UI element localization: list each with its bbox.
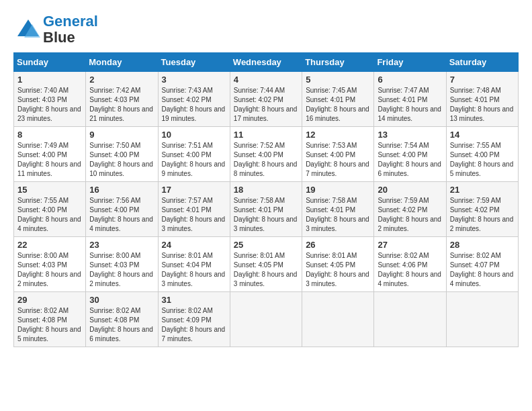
day-number: 19 <box>306 185 370 195</box>
day-header-monday: Monday <box>86 53 158 72</box>
day-info: Sunrise: 7:57 AMSunset: 4:01 PMDaylight:… <box>162 197 226 232</box>
day-number: 21 <box>450 185 515 195</box>
day-number: 13 <box>378 130 442 140</box>
calendar-cell: 18 Sunrise: 7:58 AMSunset: 4:01 PMDaylig… <box>230 182 302 237</box>
calendar-cell: 14 Sunrise: 7:55 AMSunset: 4:00 PMDaylig… <box>446 127 518 182</box>
day-info: Sunrise: 7:43 AMSunset: 4:02 PMDaylight:… <box>162 87 226 122</box>
day-info: Sunrise: 7:40 AMSunset: 4:03 PMDaylight:… <box>17 87 81 122</box>
day-number: 17 <box>162 185 226 195</box>
calendar-cell: 12 Sunrise: 7:53 AMSunset: 4:00 PMDaylig… <box>302 127 374 182</box>
calendar-cell <box>446 292 518 347</box>
day-info: Sunrise: 7:59 AMSunset: 4:02 PMDaylight:… <box>450 197 514 232</box>
calendar-cell: 15 Sunrise: 7:55 AMSunset: 4:00 PMDaylig… <box>14 182 86 237</box>
day-info: Sunrise: 7:58 AMSunset: 4:01 PMDaylight:… <box>234 197 298 232</box>
day-number: 20 <box>378 185 442 195</box>
day-info: Sunrise: 8:01 AMSunset: 4:04 PMDaylight:… <box>162 252 226 287</box>
day-number: 14 <box>450 130 515 140</box>
calendar-cell: 27 Sunrise: 8:02 AMSunset: 4:06 PMDaylig… <box>374 237 446 292</box>
day-info: Sunrise: 8:01 AMSunset: 4:05 PMDaylight:… <box>234 252 298 287</box>
day-number: 4 <box>234 75 298 85</box>
day-number: 25 <box>234 240 298 250</box>
calendar-cell: 10 Sunrise: 7:51 AMSunset: 4:00 PMDaylig… <box>158 127 230 182</box>
day-number: 15 <box>17 185 82 195</box>
day-info: Sunrise: 7:47 AMSunset: 4:01 PMDaylight:… <box>378 87 441 122</box>
day-header-friday: Friday <box>374 53 446 72</box>
day-info: Sunrise: 7:58 AMSunset: 4:01 PMDaylight:… <box>306 197 369 232</box>
day-info: Sunrise: 7:42 AMSunset: 4:03 PMDaylight:… <box>89 87 153 122</box>
day-info: Sunrise: 7:45 AMSunset: 4:01 PMDaylight:… <box>306 87 369 122</box>
day-info: Sunrise: 7:52 AMSunset: 4:00 PMDaylight:… <box>234 142 298 177</box>
calendar-cell: 5 Sunrise: 7:45 AMSunset: 4:01 PMDayligh… <box>302 72 374 127</box>
day-header-saturday: Saturday <box>446 53 518 72</box>
calendar-cell: 19 Sunrise: 7:58 AMSunset: 4:01 PMDaylig… <box>302 182 374 237</box>
day-number: 23 <box>89 240 154 250</box>
day-info: Sunrise: 7:59 AMSunset: 4:02 PMDaylight:… <box>378 197 441 232</box>
day-number: 6 <box>378 75 442 85</box>
calendar-cell: 29 Sunrise: 8:02 AMSunset: 4:08 PMDaylig… <box>14 292 86 347</box>
calendar-cell: 7 Sunrise: 7:48 AMSunset: 4:01 PMDayligh… <box>446 72 518 127</box>
day-info: Sunrise: 7:53 AMSunset: 4:00 PMDaylight:… <box>306 142 369 177</box>
calendar-cell: 17 Sunrise: 7:57 AMSunset: 4:01 PMDaylig… <box>158 182 230 237</box>
day-number: 24 <box>162 240 226 250</box>
calendar-cell: 6 Sunrise: 7:47 AMSunset: 4:01 PMDayligh… <box>374 72 446 127</box>
day-info: Sunrise: 7:51 AMSunset: 4:00 PMDaylight:… <box>162 142 226 177</box>
day-info: Sunrise: 7:55 AMSunset: 4:00 PMDaylight:… <box>17 197 81 232</box>
day-number: 26 <box>306 240 370 250</box>
day-info: Sunrise: 8:00 AMSunset: 4:03 PMDaylight:… <box>17 252 81 287</box>
day-header-tuesday: Tuesday <box>158 53 230 72</box>
calendar-cell: 2 Sunrise: 7:42 AMSunset: 4:03 PMDayligh… <box>86 72 158 127</box>
calendar-cell: 24 Sunrise: 8:01 AMSunset: 4:04 PMDaylig… <box>158 237 230 292</box>
calendar-cell: 8 Sunrise: 7:49 AMSunset: 4:00 PMDayligh… <box>14 127 86 182</box>
calendar-cell: 4 Sunrise: 7:44 AMSunset: 4:02 PMDayligh… <box>230 72 302 127</box>
day-number: 31 <box>162 295 226 305</box>
day-info: Sunrise: 7:54 AMSunset: 4:00 PMDaylight:… <box>378 142 441 177</box>
day-number: 1 <box>17 75 82 85</box>
day-number: 3 <box>162 75 226 85</box>
day-info: Sunrise: 7:49 AMSunset: 4:00 PMDaylight:… <box>17 142 81 177</box>
day-info: Sunrise: 7:50 AMSunset: 4:00 PMDaylight:… <box>89 142 153 177</box>
day-number: 8 <box>17 130 82 140</box>
logo-text: GeneralBlue <box>43 13 98 46</box>
calendar-cell <box>230 292 302 347</box>
day-number: 29 <box>17 295 82 305</box>
day-info: Sunrise: 7:55 AMSunset: 4:00 PMDaylight:… <box>450 142 514 177</box>
day-number: 27 <box>378 240 442 250</box>
calendar-cell: 21 Sunrise: 7:59 AMSunset: 4:02 PMDaylig… <box>446 182 518 237</box>
day-info: Sunrise: 8:01 AMSunset: 4:05 PMDaylight:… <box>306 252 369 287</box>
day-number: 16 <box>89 185 154 195</box>
calendar-cell: 20 Sunrise: 7:59 AMSunset: 4:02 PMDaylig… <box>374 182 446 237</box>
day-number: 2 <box>89 75 154 85</box>
calendar-cell <box>374 292 446 347</box>
logo-icon <box>13 16 40 43</box>
day-info: Sunrise: 8:02 AMSunset: 4:06 PMDaylight:… <box>378 252 441 287</box>
day-info: Sunrise: 8:02 AMSunset: 4:08 PMDaylight:… <box>89 307 153 342</box>
calendar-cell: 22 Sunrise: 8:00 AMSunset: 4:03 PMDaylig… <box>14 237 86 292</box>
day-header-thursday: Thursday <box>302 53 374 72</box>
day-number: 12 <box>306 130 370 140</box>
day-info: Sunrise: 7:48 AMSunset: 4:01 PMDaylight:… <box>450 87 514 122</box>
day-info: Sunrise: 8:02 AMSunset: 4:07 PMDaylight:… <box>450 252 514 287</box>
day-number: 5 <box>306 75 370 85</box>
page-header: GeneralBlue <box>13 13 519 46</box>
calendar-cell: 25 Sunrise: 8:01 AMSunset: 4:05 PMDaylig… <box>230 237 302 292</box>
day-info: Sunrise: 7:44 AMSunset: 4:02 PMDaylight:… <box>234 87 298 122</box>
day-number: 11 <box>234 130 298 140</box>
calendar-cell: 28 Sunrise: 8:02 AMSunset: 4:07 PMDaylig… <box>446 237 518 292</box>
calendar-cell: 11 Sunrise: 7:52 AMSunset: 4:00 PMDaylig… <box>230 127 302 182</box>
day-header-sunday: Sunday <box>14 53 86 72</box>
day-info: Sunrise: 8:02 AMSunset: 4:09 PMDaylight:… <box>162 307 226 342</box>
day-number: 9 <box>89 130 154 140</box>
day-header-wednesday: Wednesday <box>230 53 302 72</box>
calendar-cell <box>302 292 374 347</box>
logo: GeneralBlue <box>13 13 98 46</box>
calendar-table: SundayMondayTuesdayWednesdayThursdayFrid… <box>13 52 519 347</box>
day-number: 30 <box>89 295 154 305</box>
day-number: 18 <box>234 185 298 195</box>
calendar-cell: 13 Sunrise: 7:54 AMSunset: 4:00 PMDaylig… <box>374 127 446 182</box>
calendar-cell: 3 Sunrise: 7:43 AMSunset: 4:02 PMDayligh… <box>158 72 230 127</box>
calendar-cell: 30 Sunrise: 8:02 AMSunset: 4:08 PMDaylig… <box>86 292 158 347</box>
calendar-cell: 1 Sunrise: 7:40 AMSunset: 4:03 PMDayligh… <box>14 72 86 127</box>
calendar-cell: 31 Sunrise: 8:02 AMSunset: 4:09 PMDaylig… <box>158 292 230 347</box>
day-number: 28 <box>450 240 515 250</box>
day-info: Sunrise: 8:02 AMSunset: 4:08 PMDaylight:… <box>17 307 81 342</box>
